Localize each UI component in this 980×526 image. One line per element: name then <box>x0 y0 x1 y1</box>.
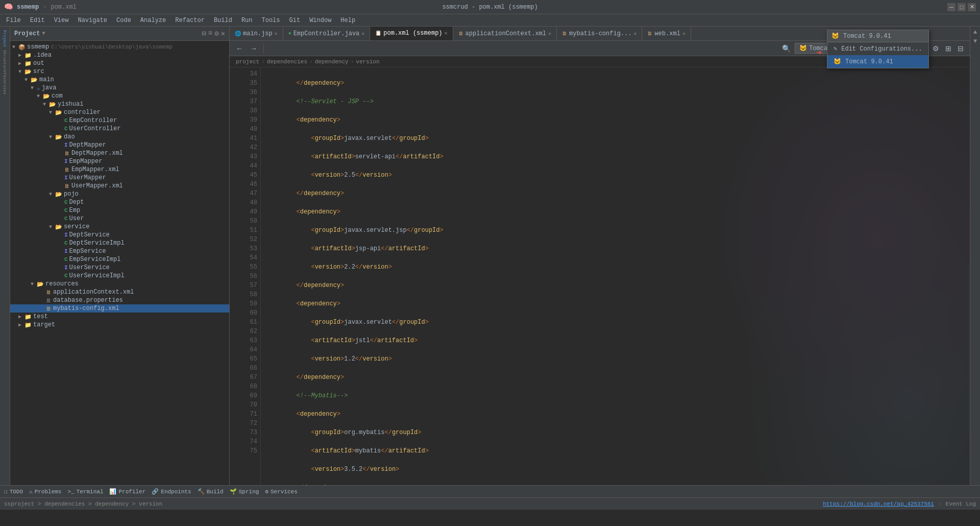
folder-icon: 📂 <box>24 68 32 75</box>
panel-dropdown-arrow[interactable]: ▼ <box>42 31 45 36</box>
tab-close-button[interactable]: ✕ <box>275 31 278 37</box>
settings-toolbar-button[interactable]: ⚙ <box>930 43 941 54</box>
tree-item-EmpServiceImpl[interactable]: C EmpServiceImpl <box>10 255 229 264</box>
tab-close-button[interactable]: ✕ <box>548 31 551 37</box>
menu-file[interactable]: File <box>2 16 25 25</box>
tab-label: applicationContext.xml <box>465 30 546 37</box>
sidebar-favorites-icon[interactable]: Favorites <box>1 74 10 94</box>
tree-item-database-properties[interactable]: 🗎 database.properties <box>10 296 229 304</box>
tree-item-ssmemp[interactable]: ▼ 📦 ssmemp C:\Users\yishuai\Desktop\java… <box>10 43 229 51</box>
edit-configurations-item[interactable]: ✎ Edit Configurations... <box>827 42 928 55</box>
menu-run[interactable]: Run <box>237 16 257 25</box>
tree-item-User[interactable]: C User <box>10 214 229 223</box>
tab-mybatis-config[interactable]: 🗎 mybatis-config... ✕ <box>557 27 642 40</box>
tree-item-service[interactable]: ▼ 📂 service <box>10 223 229 231</box>
menu-git[interactable]: Git <box>285 16 305 25</box>
tree-item-com[interactable]: ▼ 📂 com <box>10 92 229 100</box>
todo-button[interactable]: ☐ TODO <box>4 488 23 495</box>
tab-main-jsp[interactable]: 🌐 main.jsp ✕ <box>230 27 283 40</box>
tree-item-EmpService[interactable]: I EmpService <box>10 247 229 255</box>
xml-icon: 🗎 <box>64 183 70 189</box>
tree-item-mybatis-config[interactable]: 🗎 mybatis-config.xml <box>10 304 229 313</box>
tree-item-test[interactable]: ▶ 📁 test <box>10 313 229 321</box>
build-button[interactable]: 🔨 Build <box>198 488 224 495</box>
tree-item-UserController[interactable]: C UserController <box>10 125 229 133</box>
spring-button[interactable]: 🌱 Spring <box>230 488 259 495</box>
event-log-button[interactable]: Event Log <box>946 501 976 507</box>
tree-item-dao[interactable]: ▼ 📂 dao <box>10 133 229 141</box>
menu-tools[interactable]: Tools <box>258 16 284 25</box>
back-button[interactable]: ← <box>234 43 245 54</box>
layout-button[interactable]: ⊞ <box>943 43 953 54</box>
menu-build[interactable]: Build <box>210 16 236 25</box>
tree-item-Emp[interactable]: C Emp <box>10 206 229 214</box>
sidebar-structure-icon[interactable]: Structure <box>1 51 10 71</box>
settings-button[interactable]: ⚙ <box>214 29 218 38</box>
tree-item-EmpController[interactable]: C EmpController <box>10 116 229 125</box>
tree-item-java[interactable]: ▼ ☕ java <box>10 84 229 92</box>
tree-item-UserMapper[interactable]: I UserMapper <box>10 174 229 182</box>
menu-navigate[interactable]: Navigate <box>74 16 111 25</box>
tree-item-resources[interactable]: ▼ 📂 resources <box>10 280 229 288</box>
code-content[interactable]: </dependency> <!--Servlet - JSP --> <dep… <box>261 67 970 485</box>
tab-applicationContext[interactable]: 🗎 applicationContext.xml ✕ <box>453 27 557 40</box>
tree-item-UserServiceImpl[interactable]: C UserServiceImpl <box>10 272 229 280</box>
sidebar-project-icon[interactable]: Project <box>1 29 10 49</box>
services-button[interactable]: ⚙ Services <box>265 488 297 495</box>
search-everywhere-button[interactable]: 🔍 <box>780 43 793 54</box>
code-line-45: </dependency> <box>267 281 970 290</box>
menu-view[interactable]: View <box>50 16 73 25</box>
tree-item-DeptMapper-xml[interactable]: 🗎 DeptMapper.xml <box>10 149 229 157</box>
terminal-button[interactable]: >_ Terminal <box>67 489 103 495</box>
profiler-button[interactable]: 📊 Profiler <box>109 488 145 495</box>
tree-item-main[interactable]: ▼ 📂 main <box>10 76 229 84</box>
tree-item-out[interactable]: ▶ 📁 out <box>10 59 229 67</box>
collapse-all-button[interactable]: ⊟ <box>202 29 206 38</box>
tree-item-target[interactable]: ▶ 📁 target <box>10 321 229 329</box>
tab-close-button[interactable]: ✕ <box>361 31 364 37</box>
forward-button[interactable]: → <box>248 43 259 54</box>
tab-close-button[interactable]: ✕ <box>682 31 685 37</box>
tree-item-yishuai[interactable]: ▼ 📂 yishuai <box>10 100 229 108</box>
tree-item-pojo[interactable]: ▼ 📂 pojo <box>10 190 229 198</box>
window-controls[interactable]: ─ □ ✕ <box>947 3 976 11</box>
close-button[interactable]: ✕ <box>968 3 976 11</box>
maximize-button[interactable]: □ <box>958 3 966 11</box>
menu-window[interactable]: Window <box>305 16 335 25</box>
endpoints-button[interactable]: 🔗 Endpoints <box>152 488 191 495</box>
menu-help[interactable]: Help <box>336 16 359 25</box>
tab-web-xml[interactable]: 🗎 web.xml ✕ <box>642 27 691 40</box>
tree-item-DeptService[interactable]: I DeptService <box>10 231 229 239</box>
tree-item-src[interactable]: ▼ 📂 src <box>10 67 229 76</box>
tomcat-config-item[interactable]: 🐱 Tomcat 9.0.41 <box>827 55 928 68</box>
close-panel-button[interactable]: ✕ <box>221 29 225 38</box>
scroll-down-icon[interactable]: ▼ <box>973 38 977 45</box>
menu-code[interactable]: Code <box>112 16 135 25</box>
tree-item-EmpMapper-xml[interactable]: 🗎 EmpMapper.xml <box>10 165 229 174</box>
tab-close-button[interactable]: ✕ <box>633 31 636 37</box>
tree-label: DeptService <box>69 231 110 238</box>
tree-item-DeptServiceImpl[interactable]: C DeptServiceImpl <box>10 239 229 247</box>
tree-item-Dept[interactable]: C Dept <box>10 198 229 206</box>
tree-item-UserService[interactable]: I UserService <box>10 264 229 272</box>
tab-close-button[interactable]: ✕ <box>445 30 448 36</box>
minimize-button[interactable]: ─ <box>947 3 955 11</box>
menu-refactor[interactable]: Refactor <box>171 16 209 25</box>
tab-pom-xml[interactable]: 📋 pom.xml (ssmemp) ✕ <box>370 27 453 40</box>
status-url[interactable]: https://blog.csdn.net/qq_42537561 <box>823 501 934 507</box>
split-button[interactable]: ⊟ <box>955 43 966 54</box>
tree-item-idea[interactable]: ▶ 📁 .idea <box>10 51 229 59</box>
menu-analyze[interactable]: Analyze <box>136 16 170 25</box>
tree-item-applicationContext[interactable]: 🗎 applicationContext.xml <box>10 288 229 296</box>
tree-item-EmpMapper[interactable]: I EmpMapper <box>10 157 229 165</box>
tree-item-UserMapper-xml[interactable]: 🗎 UserMapper.xml <box>10 182 229 190</box>
problems-button[interactable]: ⚠ Problems <box>29 488 61 495</box>
menu-edit[interactable]: Edit <box>26 16 49 25</box>
code-line-50: </dependency> <box>267 373 970 382</box>
sort-button[interactable]: ≡ <box>208 29 212 38</box>
java-class-icon: C <box>64 117 68 124</box>
tab-EmpController[interactable]: ● EmpController.java ✕ <box>283 27 371 40</box>
scroll-up-icon[interactable]: ▲ <box>973 29 977 36</box>
tree-item-DeptMapper[interactable]: I DeptMapper <box>10 141 229 149</box>
tree-item-controller[interactable]: ▼ 📂 controller <box>10 108 229 116</box>
